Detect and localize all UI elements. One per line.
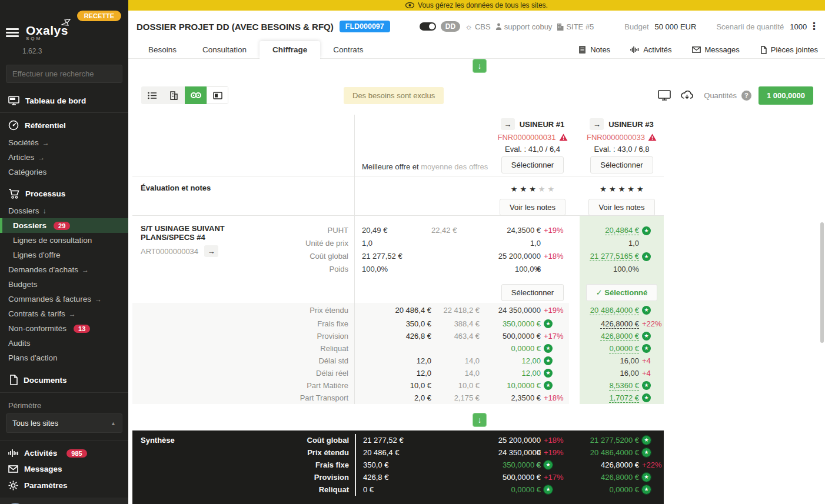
editable-value[interactable]: 20 486,4000 €	[580, 303, 639, 318]
tab-besoins[interactable]: Besoins	[135, 41, 189, 58]
average-values: 22,42 €	[431, 216, 480, 281]
best-value-star-icon: ★	[544, 356, 553, 365]
hamburger-menu-icon[interactable]	[6, 28, 19, 37]
sidebar-item-plans-action[interactable]: Plans d'action	[0, 351, 128, 365]
sidebar-item-non-conformites[interactable]: Non-conformités13	[0, 321, 128, 336]
view-toolbar: Des besoins sont exclus Quantités ? 1 00…	[141, 86, 813, 104]
sidebar-item-messages[interactable]: Messages	[0, 461, 128, 477]
card-view-button[interactable]	[207, 86, 228, 104]
scroll-down-button-top[interactable]: ↓	[473, 59, 487, 73]
value: 20,49 €	[355, 224, 431, 237]
select-offer-button[interactable]: Sélectionner	[501, 284, 564, 301]
tab-consultation[interactable]: Consultation	[189, 41, 260, 58]
select-offer-button[interactable]: Sélectionner	[501, 156, 564, 173]
selected-offer-button[interactable]: ✓ Sélectionné	[586, 284, 658, 301]
sidebar-group-dossiers[interactable]: Dossiers↓	[0, 203, 128, 218]
arrow-right-icon: →	[95, 295, 102, 303]
screen-icon[interactable]	[656, 90, 673, 101]
value: 1,0	[580, 237, 639, 250]
metric-row: Part Transport 2,0 € 2,175 € 2,3500 €+18…	[132, 392, 664, 404]
synthesis-row: Reliquat 0 € 0,0000 €★ 0,0000 €★	[132, 483, 664, 496]
sidebar-item-contrats-tarifs[interactable]: Contrats & tarifs→	[0, 306, 128, 321]
sidebar-item-referentiel[interactable]: Référentiel	[0, 115, 128, 135]
sidebar-item-societes[interactable]: Sociétés→	[0, 135, 128, 150]
sidebar-item-activites[interactable]: Activités 985	[0, 445, 128, 461]
caret-up-icon: ▲	[111, 420, 116, 426]
messages-link[interactable]: Messages	[692, 45, 740, 54]
synthesis-row: SynthèseCoût global 21 277,52 € 25 200,0…	[132, 434, 664, 446]
tab-contrats[interactable]: Contrats	[320, 41, 376, 58]
sidebar-item-dossiers[interactable]: Dossiers 29	[0, 218, 128, 233]
open-article-icon[interactable]: →	[204, 245, 218, 257]
sidebar-item-budgets[interactable]: Budgets	[0, 277, 128, 292]
app-root: RECETTE Oxalys SQM 1.62.3 Tableau de bor…	[0, 0, 825, 504]
editable-value[interactable]: 20,4864 €	[580, 224, 639, 237]
quantities-value-button[interactable]: 1 000,0000	[759, 86, 813, 105]
best-value-star-icon: ★	[642, 381, 651, 390]
notes-link[interactable]: Notes	[578, 45, 610, 54]
tab-chiffrage[interactable]: Chiffrage	[260, 41, 320, 58]
empty-cell	[132, 115, 355, 178]
attachments-link[interactable]: Pièces jointes	[760, 45, 818, 54]
editable-value[interactable]: 21 277,5165 €	[580, 250, 639, 263]
scroll-down-button-bottom[interactable]: ↓	[473, 413, 487, 427]
app-logo[interactable]: Oxalys SQM	[26, 24, 68, 41]
metric-row: Reliquat 0,0000 €★ 0,0000 €★	[132, 342, 664, 355]
gauge-icon	[8, 120, 19, 131]
value: 100,0%	[496, 263, 541, 276]
sidebar-item-demandes-achats[interactable]: Demandes d'achats→	[0, 262, 128, 277]
cloud-download-icon[interactable]	[678, 90, 696, 101]
logo-bird-icon	[61, 19, 71, 26]
vertical-scrollbar[interactable]	[820, 222, 824, 343]
editable-value[interactable]: 426,8000 €	[580, 330, 639, 342]
view-notes-button[interactable]: Voir les notes	[588, 199, 654, 216]
sidebar-item-lignes-consultation[interactable]: Lignes de consultation	[0, 233, 128, 248]
supplier-view-button[interactable]	[163, 86, 185, 104]
sidebar-item-articles[interactable]: Articles→	[0, 150, 128, 165]
open-supplier-icon[interactable]: →	[501, 118, 515, 130]
content-area: ↓ Des besoins sont	[128, 59, 825, 504]
eye-icon	[405, 2, 414, 8]
value: 100,0%	[580, 263, 639, 276]
row-label: PUHT	[278, 224, 348, 237]
search-input[interactable]	[6, 65, 122, 83]
editable-value[interactable]: 426,8000 €	[580, 318, 639, 330]
sidebar-item-audits[interactable]: Audits	[0, 336, 128, 351]
activites-count-badge: 985	[66, 449, 87, 458]
editable-value[interactable]: 1,7072 €	[580, 392, 639, 404]
supplier-name: USINEUR #3	[608, 120, 654, 129]
star-icon: ★	[600, 185, 607, 193]
sidebar-item-documents[interactable]: Documents	[0, 370, 128, 390]
quantities-help-icon[interactable]: ?	[741, 91, 751, 101]
editable-value[interactable]: 0,0000 €	[580, 342, 639, 355]
environment-badge: RECETTE	[77, 11, 121, 21]
sidebar-item-processus[interactable]: Processus	[0, 184, 128, 203]
card-icon	[213, 92, 222, 99]
sidebar-item-categories[interactable]: Catégories	[0, 165, 128, 179]
value: 21 277,52 €	[355, 250, 431, 263]
toggle-switch[interactable]	[420, 22, 436, 31]
folder-id-badge[interactable]: FLD000097	[340, 21, 390, 32]
list-view-button[interactable]	[141, 86, 163, 104]
comparison-view-button[interactable]	[185, 86, 207, 104]
title-row: DOSSIER PROJET DD (AVEC BESOINS & RFQ) F…	[128, 11, 825, 40]
value: 1,0	[355, 237, 431, 250]
building-icon	[557, 23, 564, 31]
view-notes-button[interactable]: Voir les notes	[500, 199, 565, 216]
site-scope-select[interactable]: Tous les sites ▲	[6, 413, 122, 433]
sidebar-item-dashboard[interactable]: Tableau de bord	[0, 91, 128, 110]
open-supplier-icon[interactable]: →	[590, 118, 604, 130]
value: 25 200,0000 €	[496, 250, 541, 263]
header-kebab-icon[interactable]: ⋮	[809, 20, 819, 32]
sidebar-item-lignes-offre[interactable]: Lignes d'offre	[0, 248, 128, 262]
sidebar-item-commandes-factures[interactable]: Commandes & factures→	[0, 292, 128, 306]
delta-badge: +18%	[544, 250, 564, 263]
row-label: Poids	[278, 263, 348, 276]
attachment-icon	[760, 46, 767, 54]
sidebar-item-parametres[interactable]: Paramètres	[0, 477, 128, 494]
select-offer-button[interactable]: Sélectionner	[590, 156, 653, 173]
metric-row: Prix étendu 20 486,4 € 22 418,2 € 24 350…	[132, 303, 664, 318]
tabs-row: Besoins Consultation Chiffrage Contrats …	[128, 40, 825, 59]
editable-value[interactable]: 8,5360 €	[580, 379, 639, 392]
activites-link[interactable]: Activités	[630, 45, 671, 54]
